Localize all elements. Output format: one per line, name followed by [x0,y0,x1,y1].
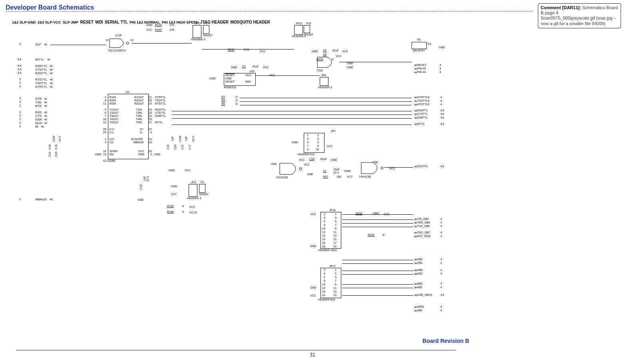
mq-wrn-n: 4 [440,305,442,308]
mq-usb-n: 4,6 [440,293,444,296]
c9-gnd: GND [312,50,318,53]
rt-txd-n: 4 [440,99,442,102]
u9-ctsttl: CTSTTL [155,111,165,114]
rt-rts-n: 4 [440,103,442,106]
jp16-p12: 12 [322,231,325,233]
r7: R7 [221,95,225,98]
rt-dsr-n: 4,6 [440,116,444,119]
wire [132,43,192,44]
u5a-ref: U5A [271,162,277,165]
u12f-ref: U12F [115,34,122,37]
jp17-p1: 1 [335,269,336,271]
ln-dcd: 2 [19,121,21,124]
c24-gnd: GND [331,158,337,161]
u5b-type: 74VHC00 [359,175,371,178]
arr-rittl: ≫ [47,58,50,61]
rr-reset: RESET [417,63,426,66]
jp3-gnd: GND [171,185,177,188]
wire [340,62,412,62]
jp3-opt2: PIN 1&3 HIGH SPEED [162,20,199,24]
u9-p23: 23 [149,111,152,114]
u9-p6: 6 [105,111,106,114]
jp16-p6: 6 [324,220,325,223]
u9-dsrttl: DSRTTL [155,115,166,117]
jp16-p20: 20 [322,245,325,248]
c20v: .1uF [171,136,174,142]
jt-tms: TMS_DB6 [417,221,430,224]
ln-rxd: 4,6 [18,71,22,74]
gnd-c16: GND [137,198,144,201]
mq-ab0-n: 4 [440,282,442,285]
ln-dtr: 5 [19,85,21,88]
arr-mbaud: ≪ [50,198,53,201]
jp16-p16: 16 [322,238,325,241]
port-rtsttl: RTSTTL [35,78,47,81]
jp16-p7: 7 [335,224,336,226]
c18v: .10uF [52,136,55,143]
arr-rxd2: ≪ [44,111,47,114]
wire [172,118,412,119]
rt-dcd-a: ≪ [414,165,417,168]
jp17-p3: 3 [335,272,336,275]
r196-ref: R196 [167,210,174,213]
r235-ref: R235 [316,58,323,61]
port-slp: SLP [35,43,41,46]
u25-type: ADM6316 [224,86,236,89]
mq-ab0-a: ≫ [414,282,417,286]
schematic-image: JP5 P5 1&2 SLP-GND 2&3 SLP-VCC SHUNT HEA… [12,18,468,333]
jp8-name: JP8 [321,74,326,77]
jp17-p13: 13 [333,290,336,293]
reset-gnd: GND [439,46,445,49]
ln-rts: 5 [19,78,21,81]
jp16-p10: 10 [322,227,325,230]
gnd-caps: GND [169,169,175,172]
r195-ref: R195 [167,205,174,208]
u8-gnd2: GND [347,66,353,69]
jp17-p8: 8 [324,279,325,282]
u5a-vcc: VCC [304,163,310,166]
jp17-p4: 4 [324,272,325,275]
jp16-p9: 9 [335,227,336,230]
u9-p17: 17 [149,121,152,124]
rt-dcd-n: 4,6 [440,165,444,168]
rt-rts-a: ≫ [414,103,417,107]
rt-rxd-a: ≪ [414,109,417,113]
jp16-p13: 13 [333,234,336,237]
c9-vcc: VCC [342,50,348,53]
jt-rst: RST_RDN [417,235,430,237]
ln-rts2: 2 [19,104,21,107]
u9-r3in: R3IN [109,102,116,105]
jp3-shunt: SHUNT [199,193,209,196]
arr-dsr2: ≪ [44,118,47,121]
mq-wrn-a: ≫ [414,305,417,309]
port-txd: TXD [35,101,42,104]
jp7-name: JP7 [331,130,336,133]
reset-p4: P4 [428,43,431,46]
jp17-label: MOSQUITO HEADER [231,20,270,24]
jp7-p7: 7 [307,144,309,147]
r239-vcc: VCC [260,50,266,53]
c17v2: 16 V [192,136,195,142]
port-dsr: DSR [35,118,42,121]
rt-ri-n: 4,6 [440,123,444,125]
ln-txd2: 2 [19,101,21,103]
u9-p21: 21 [149,96,152,99]
r8: R8 [221,99,225,102]
ln-rittl: 4,6 [18,58,22,61]
u8-type: 7S32 [316,69,323,72]
rr-reset-arr: ≫ [414,63,417,67]
jp17-p7: 7 [335,279,336,282]
wire [342,274,413,275]
u9-type: ICL3238E [103,159,115,162]
u9-r2out: R2OUT [134,99,144,102]
u12f-symbol [108,38,132,48]
mq-usb: USB_VBUS [417,293,432,296]
r235-val: 0 [332,58,333,61]
u5a-type: 74VHC00 [276,176,288,179]
u5a-gnd: GND [307,173,313,176]
wire [384,167,413,168]
reset-s2: S2 [417,38,421,41]
wire [240,101,412,102]
rr-n4c: 4 [440,71,441,73]
reset-sw-box [412,42,427,49]
